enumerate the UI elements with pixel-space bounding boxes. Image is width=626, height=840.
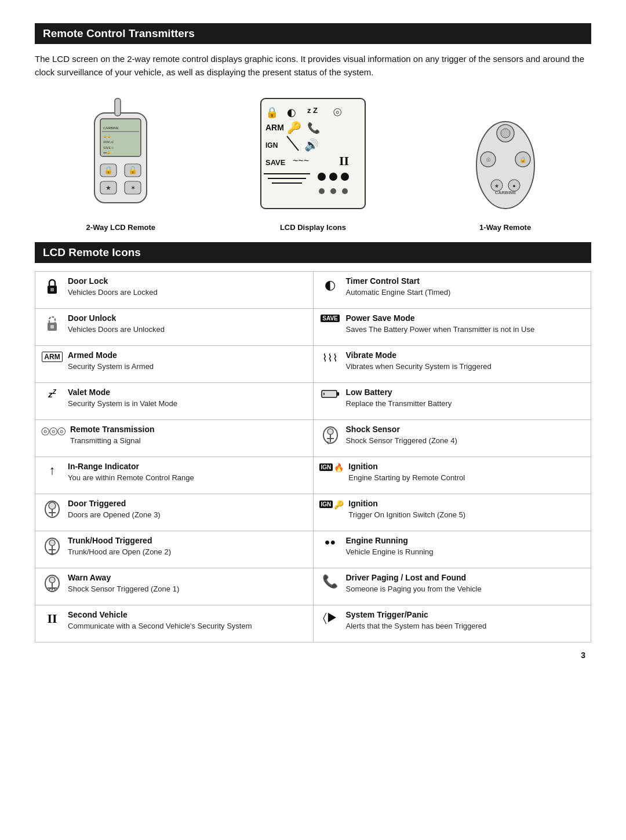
lcd-icon-title-12: Door Triggered: [68, 499, 161, 508]
lcd-icon-cell-9: ☇Shock SensorShock Sensor Triggered (Zon…: [314, 420, 592, 457]
lcd-display-svg: 🔒 ◐ z Z ⦾ ARM 🔑 📞 IGN 🔊 S: [255, 96, 371, 217]
lcd-icon-cell-8: ⦾⦾⦾Remote TransmissionTransmitting a Sig…: [35, 420, 314, 457]
lcd-icon-trunk: [41, 536, 63, 556]
remote-2way-label: 2-Way LCD Remote: [86, 223, 155, 232]
lcd-cell-text-11: IgnitionEngine Starting by Remote Contro…: [348, 462, 465, 483]
lcd-icon-ign: IGN🔥: [319, 462, 344, 472]
lcd-icon-panic: 〈▶: [319, 610, 341, 624]
svg-text:★: ★: [494, 183, 499, 189]
svg-text:⦾: ⦾: [333, 107, 341, 118]
lcd-cell-text-6: Valet ModeSecurity System is in Valet Mo…: [68, 388, 177, 409]
svg-text:●● 🔐: ●● 🔐: [103, 151, 111, 155]
lcd-icon-desc-15: Vehicle Engine is Running: [346, 547, 434, 556]
lcd-icon-battery: [319, 388, 341, 399]
svg-text:z Z: z Z: [307, 106, 318, 115]
lcd-cell-text-19: System Trigger/PanicAlerts that the Syst…: [346, 610, 487, 631]
lcd-icon-engine: ●●: [319, 536, 341, 547]
lcd-icon-warn: [41, 573, 63, 593]
page-number: 3: [35, 651, 591, 660]
svg-point-37: [319, 188, 325, 194]
lcd-cell-text-1: Timer Control StartAutomatic Engine Star…: [346, 276, 451, 298]
lcd-cell-text-8: Remote TransmissionTransmitting a Signal: [70, 425, 155, 446]
lcd-icon-title-14: Trunk/Hood Triggered: [68, 536, 171, 545]
lcd-icon-desc-0: Vehicles Doors are Locked: [68, 288, 158, 297]
lcd-icon-cell-2: Door UnlockVehicles Doors are Unlocked: [35, 309, 314, 346]
lcd-icon-desc-14: Trunk/Hood are Open (Zone 2): [68, 547, 171, 556]
lcd-icon-title-4: Armed Mode: [68, 350, 154, 360]
lcd-cell-text-18: Second VehicleCommunicate with a Second …: [68, 610, 252, 631]
remote-2way: CARBINE 🔒 🔓 ARM zZ SAVE ⦾ ●● 🔐 🔒 🔓 ★ ✶ 2…: [83, 96, 158, 232]
lcd-icon-cell-19: 〈▶System Trigger/PanicAlerts that the Sy…: [314, 605, 592, 642]
lcd-icon-title-17: Driver Paging / Lost and Found: [346, 573, 482, 582]
lcd-icon-desc-4: Security System is Armed: [68, 362, 154, 371]
lcd-icon-desc-2: Vehicles Doors are Unlocked: [68, 325, 165, 334]
svg-text:🔑: 🔑: [287, 120, 301, 134]
lcd-icon-desc-13: Trigger On Ignition Switch (Zone 5): [348, 510, 465, 519]
lcd-cell-text-0: Door LockVehicles Doors are Locked: [68, 276, 158, 298]
lcd-icon-cell-14: Trunk/Hood TriggeredTrunk/Hood are Open …: [35, 531, 314, 568]
lcd-cell-text-10: In-Range IndicatorYou are within Remote …: [68, 462, 194, 483]
svg-text:SAVE: SAVE: [265, 158, 286, 167]
lcd-icon-title-18: Second Vehicle: [68, 610, 252, 619]
svg-text:ARM: ARM: [265, 123, 284, 132]
lcd-section-title: LCD Remote Icons: [43, 246, 141, 258]
lcd-icon-desc-11: Engine Starting by Remote Control: [348, 473, 465, 482]
lcd-icon-cell-15: ●●Engine RunningVehicle Engine is Runnin…: [314, 531, 592, 568]
lcd-icon-title-19: System Trigger/Panic: [346, 610, 487, 619]
remote-2way-svg: CARBINE 🔒 🔓 ARM zZ SAVE ⦾ ●● 🔐 🔒 🔓 ★ ✶: [83, 96, 158, 217]
lcd-icon-title-8: Remote Transmission: [70, 425, 155, 434]
lcd-icon-title-0: Door Lock: [68, 276, 158, 286]
lcd-icon-title-6: Valet Mode: [68, 388, 177, 397]
lcd-icon-desc-12: Doors are Opened (Zone 3): [68, 510, 161, 519]
lcd-cell-text-9: Shock SensorShock Sensor Triggered (Zone…: [346, 425, 457, 446]
lcd-icon-cell-0: Door LockVehicles Doors are Locked: [35, 272, 314, 309]
svg-point-69: [49, 540, 55, 546]
svg-rect-53: [50, 288, 54, 291]
lcd-icon-lock: [41, 276, 63, 295]
lcd-icon-desc-7: Replace the Transmitter Battery: [346, 399, 452, 408]
svg-point-36: [341, 173, 349, 181]
lcd-icon-cell-4: ARMArmed ModeSecurity System is Armed: [35, 346, 314, 383]
svg-text:🔊: 🔊: [304, 138, 319, 152]
svg-text:✶: ✶: [130, 184, 136, 191]
remotes-row: CARBINE 🔒 🔓 ARM zZ SAVE ⦾ ●● 🔐 🔒 🔓 ★ ✶ 2…: [35, 96, 591, 232]
lcd-icon-cell-3: SAVEPower Save ModeSaves The Battery Pow…: [314, 309, 592, 346]
lcd-cell-text-13: IgnitionTrigger On Ignition Switch (Zone…: [348, 499, 465, 520]
svg-rect-57: [337, 392, 339, 396]
lcd-cell-text-2: Door UnlockVehicles Doors are Unlocked: [68, 313, 165, 335]
remote-lcd: 🔒 ◐ z Z ⦾ ARM 🔑 📞 IGN 🔊 S: [255, 96, 371, 232]
svg-point-60: [327, 429, 333, 434]
lcd-icon-cell-6: zZValet ModeSecurity System is in Valet …: [35, 383, 314, 420]
lcd-icon-title-11: Ignition: [348, 462, 465, 471]
lcd-icon-arrow: ↑: [41, 462, 63, 478]
svg-point-73: [49, 577, 55, 583]
lcd-icon-cell-11: IGN🔥IgnitionEngine Starting by Remote Co…: [314, 457, 592, 494]
lcd-cell-text-4: Armed ModeSecurity System is Armed: [68, 350, 154, 372]
lcd-cell-text-17: Driver Paging / Lost and FoundSomeone is…: [346, 573, 482, 594]
remote-1way: ⦾ 🔒 CARBINE ★ ● 1-Way Remote: [468, 113, 543, 232]
lcd-icon-save: SAVE: [319, 313, 341, 322]
lcd-icon-desc-1: Automatic Engine Start (Timed): [346, 288, 451, 297]
remote-lcd-label: LCD Display Icons: [280, 223, 346, 232]
lcd-icon-cell-10: ↑In-Range IndicatorYou are within Remote…: [35, 457, 314, 494]
lcd-icon-arm: ARM: [41, 350, 63, 362]
lcd-icon-second: II: [41, 610, 63, 626]
svg-rect-55: [50, 325, 54, 328]
lcd-icon-desc-8: Transmitting a Signal: [70, 436, 141, 445]
lcd-icon-title-2: Door Unlock: [68, 313, 165, 323]
lcd-icon-title-3: Power Save Mode: [346, 313, 535, 323]
svg-point-35: [329, 173, 337, 181]
svg-point-42: [501, 129, 510, 138]
lcd-cell-text-5: Vibrate ModeVibrates when Security Syste…: [346, 350, 492, 372]
svg-rect-1: [115, 98, 121, 116]
lcd-section-header: LCD Remote Icons: [35, 242, 591, 263]
lcd-icon-cell-7: Low BatteryReplace the Transmitter Batte…: [314, 383, 592, 420]
lcd-cell-text-16: Warn AwayShock Sensor Triggered (Zone 1): [68, 573, 179, 594]
lcd-cell-text-7: Low BatteryReplace the Transmitter Batte…: [346, 388, 452, 409]
lcd-cell-text-14: Trunk/Hood TriggeredTrunk/Hood are Open …: [68, 536, 171, 557]
lcd-icon-wave: ⦾⦾⦾: [41, 425, 65, 438]
svg-text:II: II: [339, 154, 349, 168]
svg-point-34: [318, 173, 326, 181]
lcd-icon-desc-5: Vibrates when Security System is Trigger…: [346, 362, 492, 371]
lcd-icon-title-10: In-Range Indicator: [68, 462, 194, 471]
